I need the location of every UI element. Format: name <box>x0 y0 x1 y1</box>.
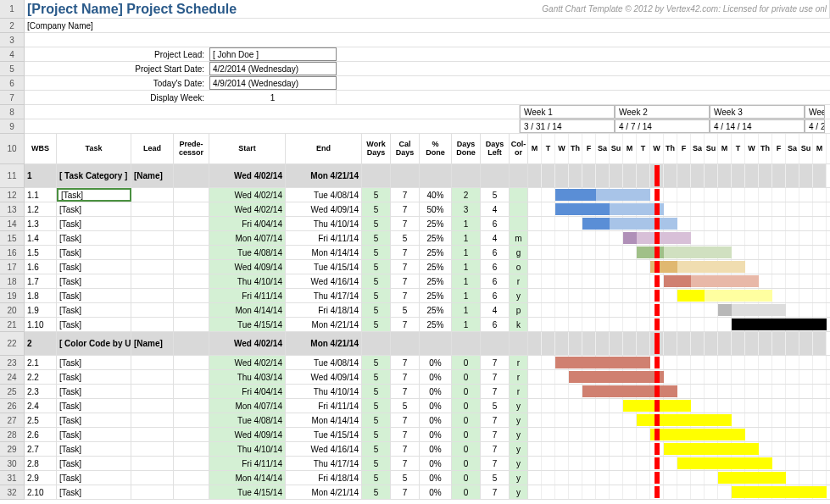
dd-cell[interactable]: 0 <box>452 442 481 456</box>
dd-cell[interactable]: 1 <box>452 260 481 274</box>
task-cell[interactable]: [Task] <box>57 385 131 398</box>
task-cell[interactable]: [Task] <box>57 303 131 317</box>
pred-cell[interactable] <box>174 471 209 485</box>
dl-cell[interactable]: 7 <box>481 356 510 369</box>
dd-cell[interactable]: 0 <box>452 485 481 499</box>
wbs-cell[interactable]: 2.10 <box>25 485 57 499</box>
start-cell[interactable]: Thu 4/03/14 <box>209 370 286 384</box>
pd-cell[interactable]: 0% <box>420 385 452 398</box>
col-hdr-pred[interactable]: Prede-cessor <box>174 134 209 163</box>
wd-cell[interactable]: 5 <box>362 202 391 216</box>
dl-cell[interactable]: 7 <box>481 485 510 499</box>
task-cell[interactable]: [Task] <box>57 428 131 441</box>
wd-cell[interactable]: 5 <box>362 217 391 230</box>
pred-cell[interactable] <box>174 385 209 398</box>
row-header[interactable]: 25 <box>0 385 24 399</box>
color-cell[interactable]: y <box>510 399 528 413</box>
dl-cell[interactable]: 6 <box>481 217 510 230</box>
dl-cell[interactable]: 4 <box>481 231 510 245</box>
today-date-value[interactable]: 4/9/2014 (Wednesday) <box>209 76 337 90</box>
dd-cell[interactable]: 0 <box>452 385 481 398</box>
wd-cell[interactable]: 5 <box>362 457 391 470</box>
cd-cell[interactable]: 7 <box>391 246 420 259</box>
color-cell[interactable]: p <box>510 303 528 317</box>
lead-cell[interactable] <box>131 428 174 441</box>
dl-cell[interactable]: 7 <box>481 457 510 470</box>
wbs-cell[interactable]: 1.9 <box>25 303 57 317</box>
row-header[interactable]: 11 <box>0 164 24 188</box>
start-cell[interactable]: Wed 4/02/14 <box>209 164 286 187</box>
start-cell[interactable]: Mon 4/14/14 <box>209 303 286 317</box>
wd-cell[interactable]: 5 <box>362 399 391 413</box>
col-hdr-pd[interactable]: % Done <box>420 134 452 163</box>
dd-cell[interactable]: 0 <box>452 370 481 384</box>
row-header[interactable]: 10 <box>0 134 24 164</box>
lead-cell[interactable]: [Name] <box>131 332 174 355</box>
start-cell[interactable]: Tue 4/15/14 <box>209 485 286 499</box>
lead-cell[interactable] <box>131 485 174 499</box>
pd-cell[interactable]: 25% <box>420 217 452 230</box>
pd-cell[interactable]: 25% <box>420 246 452 259</box>
row-header[interactable]: 13 <box>0 202 24 217</box>
pd-cell[interactable]: 0% <box>420 471 452 485</box>
col-hdr-end[interactable]: End <box>286 134 362 163</box>
task-cell[interactable]: [Task] <box>57 318 131 331</box>
col-hdr-cd[interactable]: Cal Days <box>391 134 420 163</box>
pred-cell[interactable] <box>174 274 209 288</box>
task-cell[interactable]: [Task] <box>57 399 131 413</box>
start-cell[interactable]: Wed 4/02/14 <box>209 332 286 355</box>
start-cell[interactable]: Fri 4/11/14 <box>209 289 286 302</box>
end-cell[interactable]: Fri 4/18/14 <box>286 471 362 485</box>
pred-cell[interactable] <box>174 260 209 274</box>
wd-cell[interactable]: 5 <box>362 231 391 245</box>
wbs-cell[interactable]: 1.6 <box>25 260 57 274</box>
dl-cell[interactable]: 4 <box>481 202 510 216</box>
color-cell[interactable]: r <box>510 385 528 398</box>
color-cell[interactable]: y <box>510 471 528 485</box>
dd-cell[interactable] <box>452 332 481 355</box>
wd-cell[interactable]: 5 <box>362 274 391 288</box>
lead-cell[interactable] <box>131 471 174 485</box>
lead-cell[interactable] <box>131 188 174 202</box>
row-header[interactable]: 26 <box>0 399 24 413</box>
pred-cell[interactable] <box>174 428 209 441</box>
start-cell[interactable]: Tue 4/08/14 <box>209 413 286 427</box>
start-cell[interactable]: Wed 4/09/14 <box>209 260 286 274</box>
dd-cell[interactable]: 2 <box>452 188 481 202</box>
cd-cell[interactable]: 7 <box>391 202 420 216</box>
col-hdr-start[interactable]: Start <box>209 134 286 163</box>
color-cell[interactable]: o <box>510 260 528 274</box>
row-header[interactable]: 17 <box>0 260 24 274</box>
lead-cell[interactable] <box>131 457 174 470</box>
dd-cell[interactable]: 1 <box>452 231 481 245</box>
task-cell[interactable]: [Task] <box>57 457 131 470</box>
color-cell[interactable]: y <box>510 442 528 456</box>
pred-cell[interactable] <box>174 442 209 456</box>
wd-cell[interactable]: 5 <box>362 356 391 369</box>
end-cell[interactable]: Mon 4/21/14 <box>286 485 362 499</box>
pd-cell[interactable]: 25% <box>420 231 452 245</box>
end-cell[interactable]: Wed 4/09/14 <box>286 202 362 216</box>
task-cell[interactable]: [Task] <box>57 246 131 259</box>
row-header[interactable]: 29 <box>0 442 24 457</box>
end-cell[interactable]: Mon 4/21/14 <box>286 164 362 187</box>
start-cell[interactable]: Wed 4/02/14 <box>209 202 286 216</box>
cd-cell[interactable]: 7 <box>391 370 420 384</box>
end-cell[interactable]: Mon 4/14/14 <box>286 246 362 259</box>
pred-cell[interactable] <box>174 356 209 369</box>
color-cell[interactable]: r <box>510 274 528 288</box>
pd-cell[interactable]: 0% <box>420 413 452 427</box>
col-hdr-co[interactable]: Col-or <box>510 134 528 163</box>
dl-cell[interactable]: 6 <box>481 246 510 259</box>
dd-cell[interactable]: 0 <box>452 413 481 427</box>
wbs-cell[interactable]: 1.5 <box>25 246 57 259</box>
cd-cell[interactable]: 7 <box>391 274 420 288</box>
task-cell[interactable]: [Task] <box>57 260 131 274</box>
lead-cell[interactable] <box>131 202 174 216</box>
wbs-cell[interactable]: 2.6 <box>25 428 57 441</box>
start-cell[interactable]: Wed 4/09/14 <box>209 428 286 441</box>
dd-cell[interactable]: 1 <box>452 318 481 331</box>
end-cell[interactable]: Thu 4/10/14 <box>286 385 362 398</box>
cd-cell[interactable]: 7 <box>391 356 420 369</box>
wd-cell[interactable]: 5 <box>362 428 391 441</box>
